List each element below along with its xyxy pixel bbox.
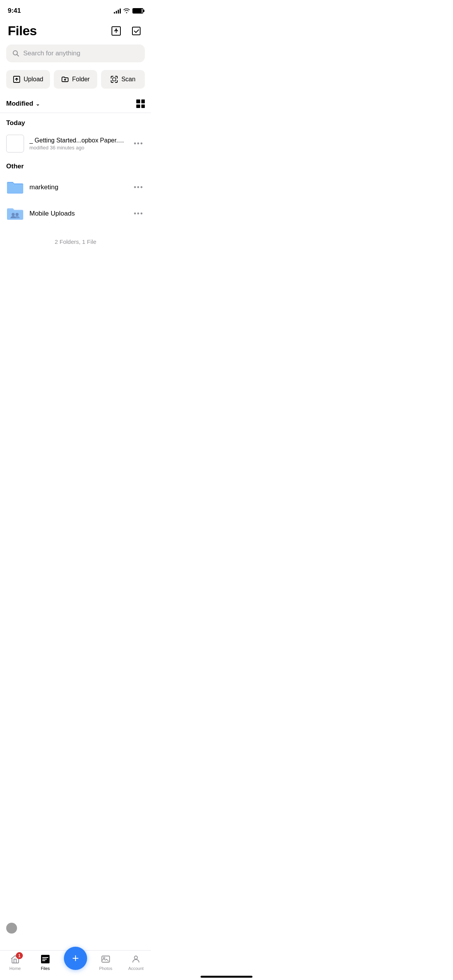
grid-cell	[141, 99, 145, 103]
header-actions	[109, 24, 143, 38]
folder-more-button[interactable]: •••	[132, 207, 145, 220]
page-title: Files	[8, 23, 37, 38]
sort-bar: Modified ⌄	[0, 96, 151, 113]
folder-shared-icon	[6, 206, 24, 221]
file-info: _ Getting Started...opbox Paper.paper mo…	[29, 137, 127, 151]
battery-icon	[132, 8, 143, 14]
folder-name: Mobile Uploads	[29, 210, 127, 218]
search-placeholder: Search for anything	[23, 50, 80, 57]
folder-action-icon	[61, 75, 69, 83]
file-name: _ Getting Started...opbox Paper.paper	[29, 137, 127, 144]
svg-rect-1	[132, 27, 140, 35]
search-bar[interactable]: Search for anything	[6, 45, 145, 62]
file-thumbnail	[6, 135, 24, 152]
folder-more-button[interactable]: •••	[132, 181, 145, 194]
file-item[interactable]: _ Getting Started...opbox Paper.paper mo…	[0, 131, 151, 156]
upload-action-icon	[13, 75, 21, 83]
upload-button[interactable]	[109, 24, 123, 38]
svg-point-6	[15, 213, 19, 216]
action-buttons: Upload Folder Scan	[0, 70, 151, 96]
grid-cell	[136, 99, 140, 103]
scan-action-button[interactable]: Scan	[101, 70, 145, 89]
folder-action-button[interactable]: Folder	[54, 70, 98, 89]
file-meta: modified 36 minutes ago	[29, 145, 127, 151]
svg-rect-4	[113, 78, 116, 81]
page-header: Files	[0, 19, 151, 45]
scan-action-icon	[110, 75, 118, 83]
grid-view-button[interactable]	[136, 99, 145, 108]
other-section-header: Other	[0, 156, 151, 174]
folder-item-mobile-uploads[interactable]: Mobile Uploads •••	[0, 200, 151, 227]
status-bar: 9:41	[0, 0, 151, 19]
file-more-button[interactable]: •••	[132, 137, 145, 150]
search-container: Search for anything	[0, 45, 151, 70]
folder-label: Folder	[72, 76, 89, 83]
signal-icon	[114, 8, 121, 14]
chevron-down-icon: ⌄	[36, 101, 40, 107]
select-button[interactable]	[129, 24, 143, 38]
sort-button[interactable]: Modified ⌄	[6, 100, 40, 108]
sort-label-text: Modified	[6, 100, 33, 108]
svg-point-5	[12, 213, 15, 216]
status-time: 9:41	[8, 7, 21, 15]
search-icon	[12, 50, 19, 57]
file-summary: 2 Folders, 1 File	[0, 227, 151, 257]
status-icons	[114, 8, 143, 14]
upload-action-button[interactable]: Upload	[6, 70, 50, 89]
upload-label: Upload	[24, 76, 43, 83]
folder-icon	[6, 180, 24, 195]
folder-item-marketing[interactable]: marketing •••	[0, 174, 151, 200]
wifi-icon	[123, 8, 130, 14]
scan-label: Scan	[121, 76, 135, 83]
folder-name: marketing	[29, 183, 127, 191]
grid-cell	[136, 105, 140, 108]
today-section-header: Today	[0, 113, 151, 131]
grid-cell	[141, 105, 145, 108]
